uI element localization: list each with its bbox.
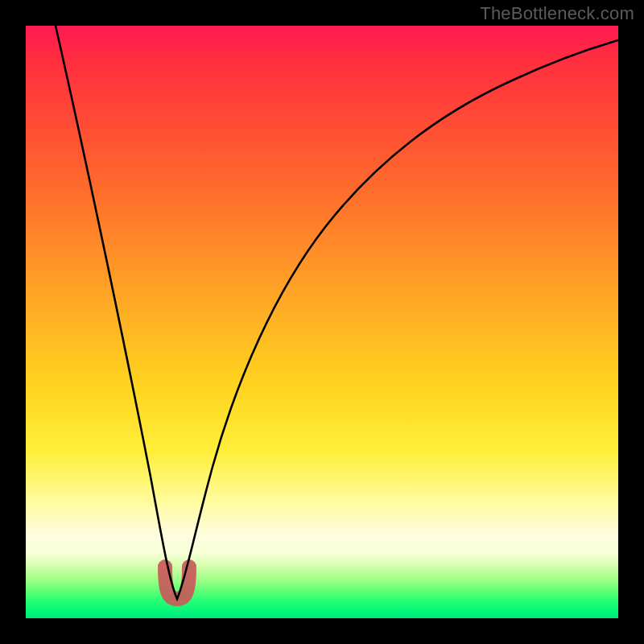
chart-frame: TheBottleneck.com <box>0 0 644 644</box>
curve-layer <box>26 26 618 618</box>
bottleneck-curve <box>56 26 618 599</box>
watermark-text: TheBottleneck.com <box>480 3 634 24</box>
plot-area <box>26 26 618 618</box>
